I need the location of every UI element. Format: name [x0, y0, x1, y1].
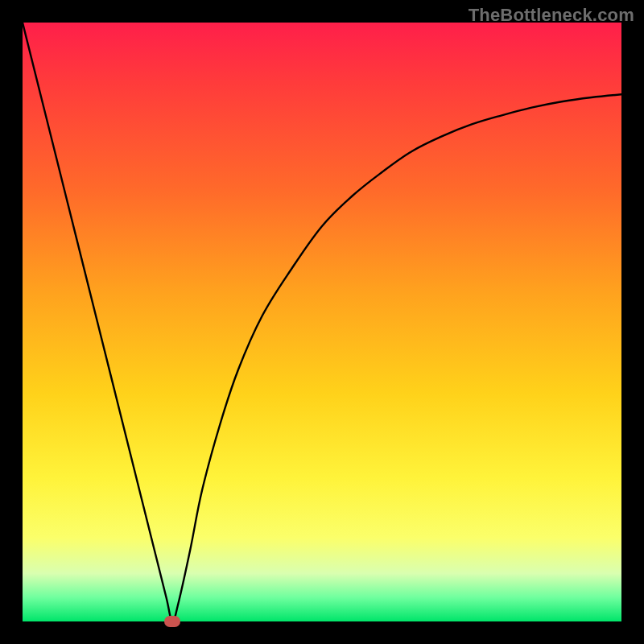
plot-area: [23, 23, 621, 621]
chart-frame: TheBottleneck.com: [0, 0, 644, 644]
watermark-text: TheBottleneck.com: [469, 5, 634, 26]
bottleneck-curve: [23, 23, 621, 621]
optimum-marker: [164, 616, 180, 627]
